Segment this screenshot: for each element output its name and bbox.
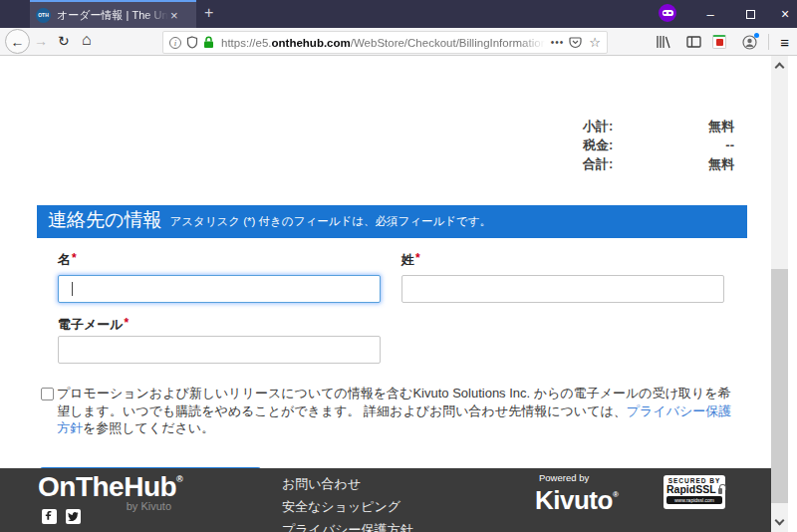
section-subtitle: アスタリスク (*) 付きのフィールドは、必須フィールドです。	[169, 208, 491, 229]
kivuto-logo: Powered by Kivuto®	[535, 472, 618, 512]
tax-value: --	[725, 137, 734, 152]
onthehub-logo: OnTheHub®	[38, 471, 182, 503]
email-input[interactable]	[58, 336, 381, 364]
newsletter-checkbox[interactable]	[41, 388, 54, 400]
summary-row-total: 合計: 無料	[583, 154, 734, 173]
tab-title: オーダー情報 | The University of T	[57, 8, 168, 23]
summary-row-subtotal: 小計: 無料	[583, 117, 734, 135]
social-icons	[42, 509, 81, 524]
total-label: 合計:	[583, 155, 613, 173]
facebook-icon[interactable]	[42, 509, 57, 524]
tax-label: 税金:	[583, 136, 613, 154]
required-asterisk: *	[415, 251, 420, 265]
url-bar[interactable]: i https://e5.onthehub.com/WebStore/Check…	[162, 31, 608, 54]
subtotal-label: 小計:	[583, 118, 613, 135]
total-value: 無料	[708, 155, 734, 173]
https-lock-icon[interactable]	[203, 36, 214, 49]
tab-close-icon[interactable]: ×	[170, 9, 178, 22]
order-summary: 小計: 無料 税金: -- 合計: 無料	[583, 117, 734, 173]
forward-button[interactable]: →	[34, 33, 48, 49]
page-footer: OnTheHub® by Kivuto お問い合わせ 安全なショッピング プライ…	[0, 468, 771, 532]
titlebar: OTH オーダー情報 | The University of T × + – ×	[0, 0, 797, 28]
subtotal-value: 無料	[708, 118, 734, 135]
toolbar-right-icons: ≡	[651, 28, 789, 56]
site-favicon-icon: OTH	[36, 8, 51, 23]
footer-link-contact[interactable]: お問い合わせ	[282, 477, 413, 490]
consent-text: プロモーションおよび新しいリリースについての情報を含むKivuto Soluti…	[57, 385, 738, 437]
rapidssl-seal[interactable]: SECURED BY RapidSSL www.rapidssl.com	[664, 475, 725, 509]
window-maximize-button[interactable]	[735, 0, 765, 28]
menu-hamburger-icon[interactable]: ≡	[780, 34, 789, 51]
first-name-label: 名*	[58, 251, 77, 269]
pocket-icon[interactable]	[569, 36, 582, 49]
toolbar-divider	[768, 34, 769, 50]
page-actions-icon[interactable]: •••	[551, 37, 565, 48]
tracking-protection-shield-icon[interactable]	[186, 36, 198, 49]
required-asterisk: *	[72, 251, 77, 265]
page-viewport: 小計: 無料 税金: -- 合計: 無料 連絡先の情報 アスタリスク (*) 付…	[0, 56, 789, 532]
maximize-icon	[746, 10, 755, 19]
library-icon[interactable]	[656, 35, 670, 49]
browser-tab[interactable]: OTH オーダー情報 | The University of T ×	[30, 0, 196, 28]
navigation-toolbar: ← → ↻ ⌂ i https://e5.onthehub.com/WebSto…	[0, 28, 797, 56]
window-edge	[788, 56, 797, 532]
extension-icon[interactable]	[712, 35, 726, 49]
email-label: 電子メール*	[58, 316, 129, 334]
footer-link-safe-shopping[interactable]: 安全なショッピング	[282, 500, 413, 513]
window-close-button[interactable]: ×	[770, 0, 797, 28]
rapidssl-url: www.rapidssl.com	[666, 496, 722, 504]
ssl-lock-icon	[718, 488, 722, 494]
footer-link-privacy[interactable]: プライバシー保護方針	[282, 523, 413, 532]
back-button[interactable]: ←	[5, 29, 30, 54]
footer-links: お問い合わせ 安全なショッピング プライバシー保護方針	[282, 477, 413, 532]
newsletter-consent: プロモーションおよび新しいリリースについての情報を含むKivuto Soluti…	[41, 385, 738, 437]
powered-by-text: Powered by	[539, 472, 618, 483]
bookmark-star-icon[interactable]: ☆	[589, 35, 601, 50]
reload-button[interactable]: ↻	[58, 33, 70, 49]
window-minimize-button[interactable]: –	[695, 0, 725, 28]
rapidssl-name: RapidSSL	[666, 484, 716, 494]
browser-window: OTH オーダー情報 | The University of T × + – ×…	[0, 0, 797, 532]
page-info-icon[interactable]: i	[169, 37, 181, 49]
scrollbar-thumb[interactable]	[771, 269, 788, 503]
new-tab-button[interactable]: +	[204, 4, 213, 22]
notification-dot	[754, 33, 759, 38]
first-name-input[interactable]	[58, 275, 381, 303]
account-profile-icon[interactable]	[742, 35, 757, 50]
sidebar-toggle-icon[interactable]	[686, 36, 701, 48]
url-text: https://e5.onthehub.com/WebStore/Checkou…	[221, 37, 545, 49]
twitter-icon[interactable]	[66, 509, 81, 524]
summary-row-tax: 税金: --	[583, 135, 734, 154]
private-browsing-mask-icon	[659, 4, 676, 22]
section-title: 連絡先の情報	[48, 205, 161, 233]
last-name-input[interactable]	[401, 275, 724, 303]
text-cursor	[72, 282, 73, 296]
required-asterisk: *	[125, 316, 130, 330]
home-button[interactable]: ⌂	[82, 31, 92, 49]
last-name-label: 姓*	[401, 251, 420, 269]
section-header: 連絡先の情報 アスタリスク (*) 付きのフィールドは、必須フィールドです。	[37, 205, 747, 238]
